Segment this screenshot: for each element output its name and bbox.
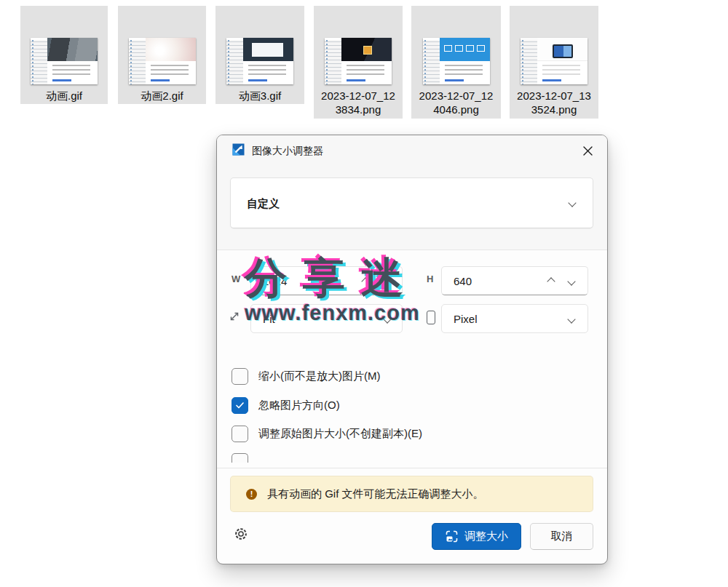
resize-image-icon bbox=[445, 530, 459, 543]
chevron-up-icon[interactable] bbox=[358, 274, 373, 289]
height-label: H bbox=[427, 273, 433, 284]
preset-dropdown[interactable]: 自定义 bbox=[230, 177, 593, 228]
chevron-down-icon[interactable] bbox=[564, 274, 579, 289]
file-thumbnail bbox=[325, 38, 392, 84]
cancel-button-label: 取消 bbox=[551, 530, 573, 543]
chevron-down-icon bbox=[380, 312, 395, 327]
file-thumbnail bbox=[226, 38, 293, 84]
file-thumbnail bbox=[31, 38, 98, 84]
warning-icon: ! bbox=[246, 489, 257, 500]
checkbox-shrink-only[interactable]: 缩小(而不是放大)图片(M) bbox=[232, 367, 380, 385]
chevron-up-icon[interactable] bbox=[544, 274, 558, 289]
close-icon[interactable] bbox=[579, 143, 596, 159]
width-input-box bbox=[250, 266, 403, 295]
file-name: 2023-12-07_123834.png bbox=[315, 89, 401, 116]
gear-icon bbox=[234, 527, 248, 541]
file-thumbnail bbox=[423, 38, 490, 84]
divider bbox=[217, 468, 607, 468]
dialog-title: 图像大小调整器 bbox=[252, 145, 323, 158]
chevron-down-icon[interactable] bbox=[379, 274, 393, 289]
unit-value: Pixel bbox=[454, 313, 478, 325]
file-thumbnail bbox=[129, 38, 196, 84]
file-item-png2[interactable]: 2023-12-07_124046.png bbox=[411, 6, 501, 119]
cancel-button[interactable]: 取消 bbox=[530, 523, 593, 550]
warning-text: 具有动画的 Gif 文件可能无法正确调整大小。 bbox=[267, 487, 484, 501]
checkbox-resize-original[interactable]: 调整原始图片大小(不创建副本)(E) bbox=[232, 425, 422, 442]
image-resizer-icon bbox=[232, 143, 245, 156]
warning-banner: ! 具有动画的 Gif 文件可能无法正确调整大小。 bbox=[230, 476, 593, 512]
check-icon bbox=[235, 401, 245, 410]
chevron-down-icon bbox=[564, 312, 579, 327]
height-input[interactable] bbox=[454, 267, 541, 295]
scale-arrow-icon bbox=[228, 310, 241, 323]
checkbox-box-checked bbox=[232, 397, 248, 414]
checkbox-partial[interactable] bbox=[232, 453, 248, 463]
file-item-png1[interactable]: 2023-12-07_123834.png bbox=[314, 6, 403, 119]
file-item-gif2[interactable]: 动画2.gif bbox=[118, 6, 206, 104]
fit-dropdown[interactable]: Fit bbox=[250, 304, 403, 333]
chevron-down-icon bbox=[565, 196, 579, 210]
file-name: 2023-12-07_133524.png bbox=[511, 89, 597, 116]
file-name: 动画2.gif bbox=[119, 89, 205, 103]
file-item-png3[interactable]: 2023-12-07_133524.png bbox=[510, 6, 598, 119]
checkbox-ignore-orientation[interactable]: 忽略图片方向(O) bbox=[232, 396, 340, 414]
file-thumbnail bbox=[521, 38, 587, 84]
file-name: 2023-12-07_124046.png bbox=[413, 89, 499, 116]
preset-value: 自定义 bbox=[247, 197, 280, 211]
settings-button[interactable] bbox=[232, 524, 250, 543]
checkbox-box bbox=[232, 426, 248, 442]
width-input[interactable] bbox=[263, 267, 350, 295]
resize-button[interactable]: 调整大小 bbox=[432, 523, 521, 550]
width-label: W bbox=[232, 273, 240, 284]
file-name: 动画3.gif bbox=[217, 89, 303, 103]
phone-icon bbox=[427, 311, 435, 324]
file-item-gif1[interactable]: 动画.gif bbox=[20, 6, 108, 104]
file-item-gif3[interactable]: 动画3.gif bbox=[215, 6, 304, 104]
height-input-box bbox=[441, 266, 588, 295]
file-name: 动画.gif bbox=[22, 89, 106, 103]
fit-value: Fit bbox=[263, 313, 275, 325]
checkbox-box bbox=[232, 368, 248, 385]
image-resizer-dialog: 图像大小调整器 自定义 W H Fit Pixel 缩小(而不是放大)图片(M) bbox=[216, 135, 608, 564]
resize-button-label: 调整大小 bbox=[464, 530, 508, 543]
unit-dropdown[interactable]: Pixel bbox=[441, 304, 588, 333]
